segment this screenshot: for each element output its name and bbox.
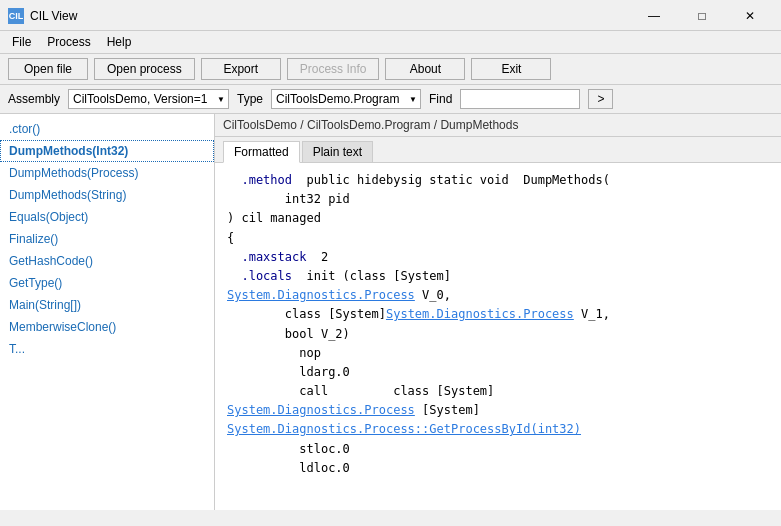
code-area: .method public hidebysig static void Dum… bbox=[215, 163, 781, 510]
sidebar-item-ctor[interactable]: .ctor() bbox=[0, 118, 214, 140]
sidebar-item-t[interactable]: T... bbox=[0, 338, 214, 360]
find-input[interactable] bbox=[460, 89, 580, 109]
menu-file[interactable]: File bbox=[4, 33, 39, 51]
find-label: Find bbox=[429, 92, 452, 106]
sidebar-item-memberwiseclone[interactable]: MemberwiseClone() bbox=[0, 316, 214, 338]
main-content: .ctor() DumpMethods(Int32) DumpMethods(P… bbox=[0, 114, 781, 510]
code-content: .method public hidebysig static void Dum… bbox=[227, 171, 769, 478]
content-tabs: Formatted Plain text bbox=[215, 137, 781, 163]
type-select-wrapper: CilToolsDemo.Program bbox=[271, 89, 421, 109]
sidebar: .ctor() DumpMethods(Int32) DumpMethods(P… bbox=[0, 114, 215, 510]
minimize-button[interactable]: — bbox=[631, 6, 677, 26]
window-controls: — □ ✕ bbox=[631, 6, 773, 26]
assembly-label: Assembly bbox=[8, 92, 60, 106]
export-button[interactable]: Export bbox=[201, 58, 281, 80]
sidebar-item-dumpmethods-process[interactable]: DumpMethods(Process) bbox=[0, 162, 214, 184]
window-title: CIL View bbox=[30, 9, 631, 23]
maximize-button[interactable]: □ bbox=[679, 6, 725, 26]
assembly-bar: Assembly CilToolsDemo, Version=1 Type Ci… bbox=[0, 85, 781, 114]
type-select[interactable]: CilToolsDemo.Program bbox=[271, 89, 421, 109]
menu-bar: File Process Help bbox=[0, 31, 781, 54]
sidebar-item-main[interactable]: Main(String[]) bbox=[0, 294, 214, 316]
exit-button[interactable]: Exit bbox=[471, 58, 551, 80]
sidebar-item-finalize[interactable]: Finalize() bbox=[0, 228, 214, 250]
type-label: Type bbox=[237, 92, 263, 106]
find-button[interactable]: > bbox=[588, 89, 613, 109]
open-process-button[interactable]: Open process bbox=[94, 58, 195, 80]
app-icon: CIL bbox=[8, 8, 24, 24]
menu-process[interactable]: Process bbox=[39, 33, 98, 51]
content-area: CilToolsDemo / CilToolsDemo.Program / Du… bbox=[215, 114, 781, 510]
process-info-button[interactable]: Process Info bbox=[287, 58, 380, 80]
menu-help[interactable]: Help bbox=[99, 33, 140, 51]
sidebar-item-dumpmethods-int32[interactable]: DumpMethods(Int32) bbox=[0, 140, 214, 162]
tab-formatted[interactable]: Formatted bbox=[223, 141, 300, 163]
close-button[interactable]: ✕ bbox=[727, 6, 773, 26]
sidebar-item-dumpmethods-string[interactable]: DumpMethods(String) bbox=[0, 184, 214, 206]
toolbar: Open file Open process Export Process In… bbox=[0, 54, 781, 85]
tab-plain-text[interactable]: Plain text bbox=[302, 141, 373, 162]
sidebar-item-gethashcode[interactable]: GetHashCode() bbox=[0, 250, 214, 272]
window: CIL CIL View — □ ✕ File Process Help Ope… bbox=[0, 0, 781, 510]
assembly-select-wrapper: CilToolsDemo, Version=1 bbox=[68, 89, 229, 109]
title-bar: CIL CIL View — □ ✕ bbox=[0, 0, 781, 31]
breadcrumb: CilToolsDemo / CilToolsDemo.Program / Du… bbox=[215, 114, 781, 137]
open-file-button[interactable]: Open file bbox=[8, 58, 88, 80]
about-button[interactable]: About bbox=[385, 58, 465, 80]
sidebar-item-gettype[interactable]: GetType() bbox=[0, 272, 214, 294]
sidebar-item-equals[interactable]: Equals(Object) bbox=[0, 206, 214, 228]
assembly-select[interactable]: CilToolsDemo, Version=1 bbox=[68, 89, 229, 109]
